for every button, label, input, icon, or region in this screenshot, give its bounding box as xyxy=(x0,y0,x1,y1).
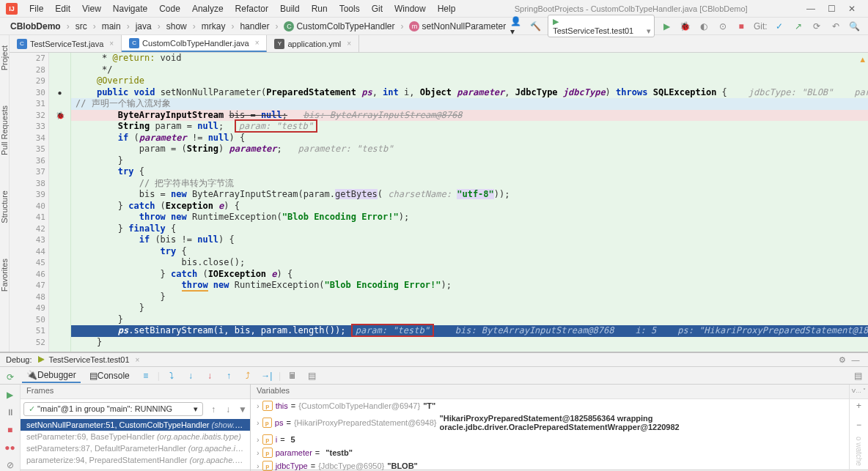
icon-gutter[interactable]: ●🐞 xyxy=(49,53,71,352)
frames-list[interactable]: setNonNullParameter:51, CustomColbTypeHa… xyxy=(21,419,250,466)
chevron-down-icon[interactable]: V… ˅ xyxy=(852,387,867,394)
line-number[interactable]: 42 xyxy=(10,223,45,235)
line-number[interactable]: 41 xyxy=(10,212,45,223)
code-line[interactable]: */ xyxy=(71,64,868,76)
line-number[interactable]: 31 xyxy=(10,98,45,110)
code-line[interactable]: } xyxy=(71,314,868,326)
gutter-icon[interactable] xyxy=(49,269,70,281)
line-number[interactable]: 34 xyxy=(10,133,45,144)
stack-frame[interactable]: setParameters:87, DefaultParameterHandle… xyxy=(21,442,250,454)
prev-frame-icon[interactable]: ↑ xyxy=(206,402,221,417)
menu-window[interactable]: Window xyxy=(389,2,432,15)
menu-help[interactable]: Help xyxy=(432,2,462,15)
tool-structure[interactable]: Structure xyxy=(0,188,9,226)
gutter-icon[interactable] xyxy=(49,133,70,144)
stack-frame[interactable]: setParameter:69, BaseTypeHandler (org.ap… xyxy=(21,431,250,442)
line-number[interactable]: 37 xyxy=(10,166,45,178)
code-line[interactable]: try { xyxy=(71,246,868,258)
breadcrumb-item[interactable]: java xyxy=(131,20,156,33)
gutter-icon[interactable] xyxy=(49,212,70,223)
coverage-button[interactable]: ◐ xyxy=(697,20,710,33)
debug-config-tab[interactable]: ⯈TestServiceTest.test01× xyxy=(32,355,145,364)
line-number[interactable]: 30 xyxy=(10,87,45,99)
breakpoints-button[interactable]: ●● xyxy=(3,440,18,455)
line-number[interactable]: 44 xyxy=(10,246,45,258)
code-line[interactable]: * @return: void xyxy=(71,53,868,64)
variable-row[interactable]: ›p this = {CustomColbTypeHandler@6947} "… xyxy=(251,399,868,412)
pause-button[interactable]: ⏸ xyxy=(3,405,18,420)
line-number[interactable]: 43 xyxy=(10,234,45,246)
breadcrumb-class[interactable]: CCustomColbTypeHandler xyxy=(279,20,399,33)
gear-icon[interactable]: ⚙ xyxy=(836,353,849,366)
menu-view[interactable]: View xyxy=(76,2,107,15)
gutter-icon[interactable] xyxy=(49,292,70,303)
breadcrumb-item[interactable]: mrkay xyxy=(197,20,230,33)
console-tab[interactable]: ▤ Console xyxy=(85,368,134,383)
code-line[interactable]: bis.close(); xyxy=(71,257,868,269)
code-line[interactable]: ByteArrayInputStream bis = null; bis: By… xyxy=(71,110,868,122)
git-push-icon[interactable]: ↗ xyxy=(792,20,804,33)
inspections-widget[interactable]: ▲19 ↗2 ^ v xyxy=(858,54,868,64)
gutter-icon[interactable] xyxy=(49,257,70,269)
gutter-icon[interactable] xyxy=(49,246,70,258)
breadcrumb-item[interactable]: src xyxy=(71,20,92,33)
hide-icon[interactable]: — xyxy=(849,353,862,366)
code-line[interactable]: // 把字符串转为字节流 xyxy=(71,178,868,190)
profile-button[interactable]: ⊙ xyxy=(716,20,729,33)
stop-button[interactable]: ■ xyxy=(735,20,747,33)
threads-icon[interactable]: ≡ xyxy=(139,368,153,383)
remove-watch-icon[interactable]: − xyxy=(852,418,867,432)
breadcrumb-item[interactable]: handler xyxy=(235,20,273,33)
user-icon[interactable]: 👤▾ xyxy=(510,20,523,33)
gutter-icon[interactable] xyxy=(49,75,70,87)
gutter-icon[interactable]: ● xyxy=(49,87,70,99)
breadcrumb-method[interactable]: msetNonNullParameter xyxy=(405,20,510,33)
code-line[interactable]: } xyxy=(71,292,868,303)
code-line[interactable]: try { xyxy=(71,166,868,178)
layout-icon[interactable]: ▤ xyxy=(850,368,865,383)
gutter-icon[interactable] xyxy=(49,189,70,201)
close-icon[interactable]: × xyxy=(347,40,351,48)
editor-tab[interactable]: Yapplication.yml× xyxy=(267,35,359,52)
search-icon[interactable]: 🔍 xyxy=(847,20,860,33)
gutter-icon[interactable] xyxy=(49,166,70,178)
tool-project[interactable]: Project xyxy=(0,42,9,73)
gutter-icon[interactable] xyxy=(49,144,70,155)
git-update-icon[interactable]: ✓ xyxy=(773,20,786,33)
add-watch-icon[interactable]: + xyxy=(852,398,867,413)
code-body[interactable]: * @return: void */ @Override public void… xyxy=(71,53,868,352)
gutter-icon[interactable] xyxy=(49,64,70,76)
line-number[interactable]: 28 xyxy=(10,64,45,76)
gutter-icon[interactable]: 🐞 xyxy=(49,110,70,122)
code-line[interactable]: param = (String) parameter; parameter: "… xyxy=(71,144,868,155)
menu-file[interactable]: File xyxy=(23,2,49,15)
line-number[interactable]: 35 xyxy=(10,144,45,155)
resume-button[interactable]: ▶ xyxy=(3,387,18,402)
line-number[interactable]: 45 xyxy=(10,257,45,269)
thread-select[interactable]: ✓ "main"@1 in group "main": RUNNING▾ xyxy=(23,402,203,416)
step-into-icon[interactable]: ↓ xyxy=(183,368,198,383)
code-line[interactable]: @Override xyxy=(71,75,868,87)
menu-git[interactable]: Git xyxy=(366,2,389,15)
menu-build[interactable]: Build xyxy=(274,2,306,15)
line-number[interactable]: 29 xyxy=(10,75,45,87)
code-line[interactable]: ps.setBinaryStream(i, bis, param.length(… xyxy=(71,325,868,337)
variables-list[interactable]: ›p this = {CustomColbTypeHandler@6947} "… xyxy=(251,399,868,471)
step-over-icon[interactable]: ⤵ xyxy=(164,368,179,383)
code-line[interactable]: bis = new ByteArrayInputStream(param.get… xyxy=(71,189,868,201)
tool-pull requests[interactable]: Pull Requests xyxy=(0,103,9,158)
line-number[interactable]: 47 xyxy=(10,280,45,292)
code-line[interactable]: } finally { xyxy=(71,223,868,235)
gutter-icon[interactable] xyxy=(49,234,70,246)
variable-row[interactable]: ›p jdbcType = {JdbcType@6950} "BLOB" xyxy=(251,459,868,471)
line-number[interactable]: 38 xyxy=(10,178,45,190)
menu-run[interactable]: Run xyxy=(306,2,334,15)
force-step-icon[interactable]: ↓ xyxy=(202,368,217,383)
build-icon[interactable]: 🔨 xyxy=(529,20,542,33)
line-number[interactable]: 40 xyxy=(10,201,45,212)
code-line[interactable]: String param = null; param: "testb" xyxy=(71,121,868,133)
code-line[interactable]: throw new RuntimeException("Blob Encodin… xyxy=(71,212,868,223)
menu-tools[interactable]: Tools xyxy=(334,2,366,15)
minimize-button[interactable]: — xyxy=(801,1,821,16)
menu-analyze[interactable]: Analyze xyxy=(186,2,229,15)
